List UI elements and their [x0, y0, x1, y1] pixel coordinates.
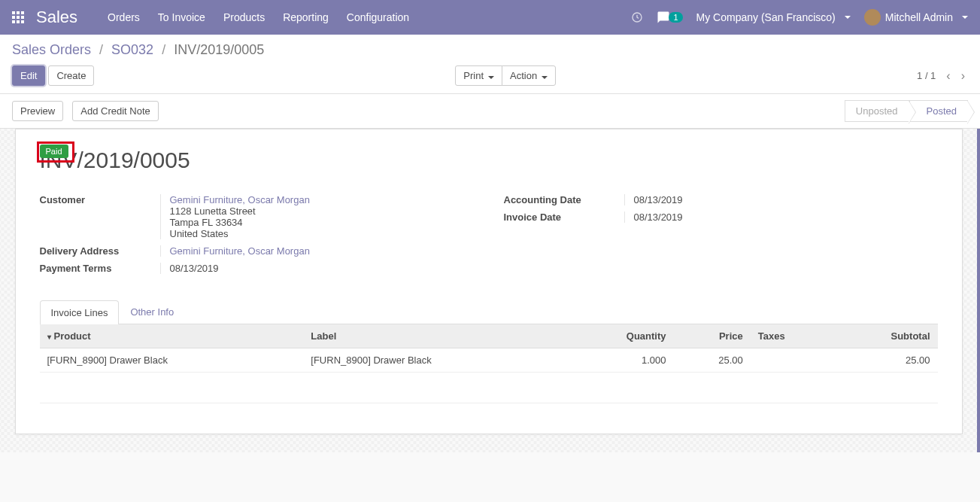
- cell-subtotal: 25.00: [832, 348, 937, 373]
- breadcrumb-root[interactable]: Sales Orders: [12, 42, 91, 57]
- menu-to-invoice[interactable]: To Invoice: [158, 11, 205, 23]
- center-actions: Print Action: [455, 65, 556, 86]
- annotation-highlight: [37, 141, 74, 163]
- cell-label: [FURN_8900] Drawer Black: [303, 348, 567, 373]
- th-label[interactable]: Label: [303, 324, 567, 348]
- tabs: Invoice Lines Other Info: [40, 300, 938, 324]
- pager: 1 / 1 ‹ ›: [917, 68, 968, 84]
- status-posted[interactable]: Posted: [909, 100, 968, 122]
- breadcrumb-current: INV/2019/0005: [174, 42, 264, 57]
- print-dropdown[interactable]: Print: [455, 65, 502, 86]
- content-area: Paid INV/2019/0005 Customer Gemini Furni…: [0, 129, 980, 452]
- cell-price: 25.00: [674, 348, 751, 373]
- menu-orders[interactable]: Orders: [108, 11, 140, 23]
- svg-rect-4: [17, 16, 20, 19]
- tab-other-info[interactable]: Other Info: [119, 300, 185, 324]
- svg-rect-6: [12, 20, 15, 23]
- edit-button[interactable]: Edit: [12, 65, 45, 86]
- main-menu: Orders To Invoice Products Reporting Con…: [108, 11, 409, 23]
- svg-rect-2: [21, 11, 24, 14]
- value-delivery-address: Gemini Furniture, Oscar Morgan: [160, 245, 474, 257]
- control-panel: Sales Orders / SO032 / INV/2019/0005 Edi…: [0, 35, 980, 94]
- value-accounting-date: 08/13/2019: [624, 194, 938, 205]
- user-name: Mitchell Admin: [885, 11, 953, 23]
- pager-next[interactable]: ›: [958, 68, 968, 84]
- menu-products[interactable]: Products: [223, 11, 265, 23]
- messaging-icon[interactable]: 1: [657, 11, 682, 24]
- customer-addr1: 1128 Lunetta Street: [170, 205, 256, 217]
- user-menu[interactable]: Mitchell Admin: [864, 9, 968, 26]
- label-accounting-date: Accounting Date: [504, 194, 624, 205]
- value-invoice-date: 08/13/2019: [624, 211, 938, 223]
- menu-configuration[interactable]: Configuration: [347, 11, 409, 23]
- value-customer: Gemini Furniture, Oscar Morgan 1128 Lune…: [160, 194, 474, 239]
- svg-rect-3: [12, 16, 15, 19]
- th-product[interactable]: ▾Product: [40, 324, 304, 348]
- label-customer: Customer: [40, 194, 160, 205]
- svg-rect-1: [17, 11, 20, 14]
- top-nav: Sales Orders To Invoice Products Reporti…: [0, 0, 980, 35]
- pager-prev[interactable]: ‹: [943, 68, 953, 84]
- footer-divider: [40, 403, 938, 403]
- label-invoice-date: Invoice Date: [504, 211, 624, 223]
- customer-link[interactable]: Gemini Furniture, Oscar Morgan: [170, 194, 310, 205]
- delivery-address-link[interactable]: Gemini Furniture, Oscar Morgan: [170, 245, 310, 257]
- value-payment-terms: 08/13/2019: [160, 263, 474, 274]
- nav-right: 1 My Company (San Francisco) Mitchell Ad…: [631, 9, 968, 26]
- chevron-down-icon: ▾: [47, 333, 51, 341]
- menu-reporting[interactable]: Reporting: [283, 11, 329, 23]
- label-delivery-address: Delivery Address: [40, 245, 160, 257]
- svg-rect-7: [17, 20, 20, 23]
- customer-addr3: United States: [170, 228, 229, 239]
- create-button[interactable]: Create: [48, 65, 94, 86]
- add-credit-note-button[interactable]: Add Credit Note: [72, 101, 159, 121]
- tab-invoice-lines[interactable]: Invoice Lines: [40, 300, 120, 324]
- pager-count: 1 / 1: [917, 70, 936, 81]
- invoice-title: INV/2019/0005: [40, 148, 938, 173]
- avatar: [864, 9, 881, 26]
- status-unposted[interactable]: Unposted: [845, 100, 909, 122]
- svg-rect-8: [21, 20, 24, 23]
- table-row[interactable]: [FURN_8900] Drawer Black [FURN_8900] Dra…: [40, 348, 938, 373]
- breadcrumb-parent[interactable]: SO032: [111, 42, 153, 57]
- cell-taxes: [751, 348, 833, 373]
- status-steps: Unposted Posted: [845, 100, 968, 122]
- svg-rect-0: [12, 11, 15, 14]
- chat-count-badge: 1: [669, 12, 682, 23]
- th-taxes[interactable]: Taxes: [751, 324, 833, 348]
- th-quantity[interactable]: Quantity: [567, 324, 673, 348]
- breadcrumb: Sales Orders / SO032 / INV/2019/0005: [12, 42, 968, 58]
- clock-icon[interactable]: [631, 11, 643, 23]
- preview-button[interactable]: Preview: [12, 101, 63, 121]
- th-price[interactable]: Price: [674, 324, 751, 348]
- label-payment-terms: Payment Terms: [40, 263, 160, 274]
- brand[interactable]: Sales: [36, 8, 77, 27]
- invoice-lines-table: ▾Product Label Quantity Price Taxes Subt…: [40, 324, 938, 373]
- customer-addr2: Tampa FL 33634: [170, 217, 243, 228]
- apps-icon[interactable]: [6, 5, 30, 29]
- status-bar: Preview Add Credit Note Unposted Posted: [0, 94, 980, 129]
- th-subtotal[interactable]: Subtotal: [832, 324, 937, 348]
- action-dropdown[interactable]: Action: [502, 65, 556, 86]
- svg-rect-5: [21, 16, 24, 19]
- form-sheet: Paid INV/2019/0005 Customer Gemini Furni…: [15, 129, 963, 434]
- company-switcher[interactable]: My Company (San Francisco): [696, 11, 851, 23]
- cell-product: [FURN_8900] Drawer Black: [40, 348, 304, 373]
- cell-quantity: 1.000: [567, 348, 673, 373]
